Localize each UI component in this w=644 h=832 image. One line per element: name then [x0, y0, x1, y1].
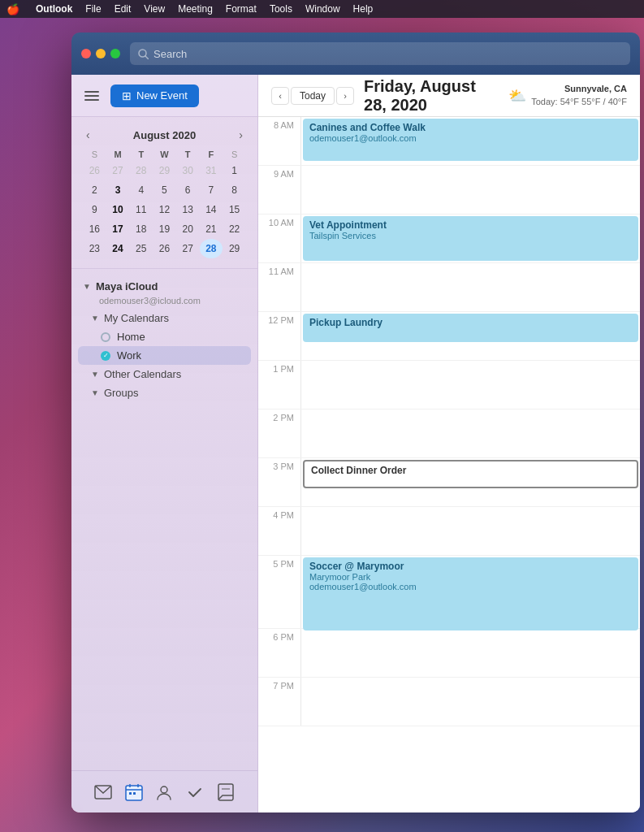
cal-day[interactable]: 22 — [223, 219, 246, 239]
cal-day[interactable]: 29 — [223, 239, 246, 258]
weekday-s1: S — [83, 150, 106, 159]
cal-day[interactable]: 26 — [83, 161, 106, 180]
groups-label: Groups — [104, 387, 139, 399]
cal-day[interactable]: 9 — [83, 200, 106, 219]
menu-tools[interactable]: Tools — [270, 3, 292, 15]
cal-day[interactable]: 26 — [153, 239, 175, 258]
close-button[interactable] — [81, 49, 91, 58]
mini-calendar-title: August 2020 — [133, 129, 196, 141]
calendar-nav-button[interactable] — [124, 782, 144, 802]
menu-edit[interactable]: Edit — [115, 3, 132, 15]
current-date-title: Friday, August 28, 2020 — [364, 77, 499, 115]
svg-rect-8 — [133, 792, 136, 795]
hamburger-button[interactable] — [81, 88, 102, 104]
cal-day[interactable]: 23 — [83, 239, 106, 258]
weather-widget: ⛅ Sunnyvale, CA Today: 54°F 55°F / 40°F — [508, 83, 627, 108]
contacts-nav-button[interactable] — [154, 782, 174, 802]
mini-calendar-next[interactable]: › — [236, 127, 246, 143]
cal-day[interactable]: 5 — [153, 180, 175, 200]
day-view[interactable]: 8 AM Canines and Coffee Walk odemouser1@… — [258, 117, 640, 812]
cal-day[interactable]: 21 — [200, 219, 223, 239]
bottom-nav — [71, 770, 257, 812]
other-calendars-header[interactable]: ▼ Other Calendars — [78, 365, 251, 384]
cal-day[interactable]: 3 — [106, 180, 129, 200]
cal-day[interactable]: 12 — [153, 200, 175, 219]
time-label-9am: 9 AM — [258, 166, 300, 214]
cal-day[interactable]: 24 — [106, 239, 129, 258]
menu-window[interactable]: Window — [305, 3, 340, 15]
search-bar[interactable]: Search — [130, 42, 630, 65]
cal-day[interactable]: 6 — [176, 180, 199, 200]
event-canines[interactable]: Canines and Coffee Walk odemouser1@outlo… — [303, 119, 638, 161]
cal-day[interactable]: 1 — [223, 161, 246, 180]
time-slot-1pm: 1 PM — [258, 361, 640, 410]
apple-menu[interactable]: 🍎 — [6, 3, 19, 15]
notes-nav-button[interactable] — [216, 782, 236, 802]
cal-day[interactable]: 30 — [176, 161, 199, 180]
mail-nav-button[interactable] — [93, 782, 113, 802]
work-calendar-label: Work — [117, 349, 141, 362]
menu-outlook[interactable]: Outlook — [36, 3, 72, 15]
cal-day[interactable]: 19 — [153, 219, 175, 239]
tasks-nav-button[interactable] — [185, 782, 205, 802]
prev-day-button[interactable]: ‹ — [271, 87, 289, 105]
cal-day[interactable]: 14 — [200, 200, 223, 219]
menu-file[interactable]: File — [85, 3, 101, 15]
calendar-work[interactable]: ✓ Work — [78, 346, 251, 365]
calendar-home[interactable]: Home — [78, 327, 251, 346]
new-event-button[interactable]: ⊞ New Event — [110, 84, 199, 107]
calendars-section: ▼ Maya iCloud odemouser3@icloud.com ▼ My… — [71, 269, 257, 770]
menu-format[interactable]: Format — [226, 3, 257, 15]
event-soccer[interactable]: Soccer @ Marymoor Marymoor Park odemouse… — [303, 557, 638, 630]
other-calendars-collapse-icon: ▼ — [91, 370, 99, 379]
groups-header[interactable]: ▼ Groups — [78, 384, 251, 402]
cal-day[interactable]: 16 — [83, 219, 106, 239]
weekday-t1: T — [130, 150, 153, 159]
cal-day[interactable]: 28 — [130, 161, 153, 180]
cal-day[interactable]: 11 — [130, 200, 153, 219]
date-nav-arrows: ‹ Today › — [271, 87, 354, 105]
cal-day-selected[interactable]: 28 — [200, 239, 223, 258]
next-day-button[interactable]: › — [336, 87, 354, 105]
cal-day[interactable]: 17 — [106, 219, 129, 239]
cal-day[interactable]: 2 — [83, 180, 106, 200]
cal-day[interactable]: 31 — [200, 161, 223, 180]
cal-day[interactable]: 15 — [223, 200, 246, 219]
cal-day[interactable]: 7 — [200, 180, 223, 200]
event-dinner[interactable]: Collect Dinner Order — [303, 460, 638, 488]
time-label-10am: 10 AM — [258, 214, 300, 262]
icloud-account-header[interactable]: ▼ Maya iCloud — [78, 277, 251, 296]
cal-day[interactable]: 4 — [130, 180, 153, 200]
event-vet[interactable]: Vet Appointment Tailspin Services — [303, 216, 638, 261]
event-vet-title: Vet Appointment — [309, 219, 632, 231]
cal-day[interactable]: 8 — [223, 180, 246, 200]
weekday-w: W — [153, 150, 175, 159]
my-calendars-header[interactable]: ▼ My Calendars — [78, 309, 251, 327]
cal-day[interactable]: 29 — [153, 161, 175, 180]
event-laundry[interactable]: Pickup Laundry — [303, 314, 638, 342]
cal-day[interactable]: 20 — [176, 219, 199, 239]
minimize-button[interactable] — [96, 49, 106, 58]
time-label-8am: 8 AM — [258, 117, 300, 165]
cal-day[interactable]: 27 — [176, 239, 199, 258]
cal-day[interactable]: 27 — [106, 161, 129, 180]
menu-help[interactable]: Help — [353, 3, 374, 15]
time-label-4pm: 4 PM — [258, 507, 300, 555]
cal-day[interactable]: 13 — [176, 200, 199, 219]
svg-point-9 — [161, 786, 167, 793]
contacts-icon — [155, 783, 173, 801]
today-button[interactable]: Today — [291, 87, 335, 105]
menu-meeting[interactable]: Meeting — [178, 3, 213, 15]
cal-day[interactable]: 10 — [106, 200, 129, 219]
zoom-button[interactable] — [110, 49, 120, 58]
account-collapse-icon: ▼ — [83, 282, 91, 291]
cal-day[interactable]: 18 — [130, 219, 153, 239]
cal-day[interactable]: 25 — [130, 239, 153, 258]
app-window: Search ⊞ New Event ‹ — [71, 32, 640, 812]
event-soccer-email: odemouser1@outlook.com — [309, 582, 632, 592]
cal-week-2: 2 3 4 5 6 7 8 — [83, 180, 246, 200]
menu-view[interactable]: View — [144, 3, 165, 15]
main-calendar: ‹ Today › Friday, August 28, 2020 ⛅ Sunn… — [258, 75, 640, 812]
time-content-6pm — [300, 629, 640, 677]
mini-calendar-prev[interactable]: ‹ — [83, 127, 93, 143]
